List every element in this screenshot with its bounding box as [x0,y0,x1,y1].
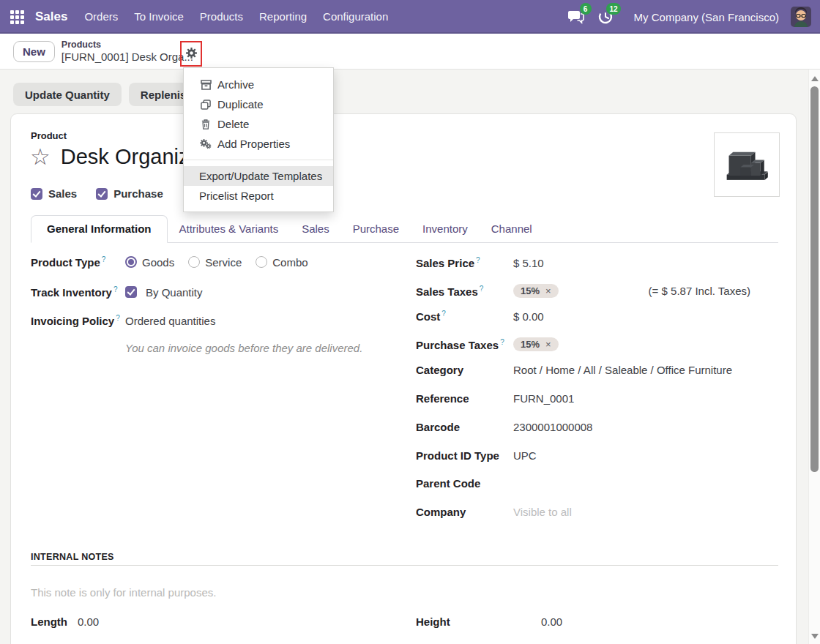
desk-organizer-image [720,141,773,188]
product-id-type-label: Product ID Type [416,449,513,462]
radio-selected-icon [125,256,137,268]
radio-combo[interactable]: Combo [256,256,308,269]
sales-tax-tag[interactable]: 15% × [513,284,559,298]
activities-button[interactable]: 12 [594,6,616,28]
cost-input[interactable]: $ 0.00 [513,310,544,323]
nav-item-products[interactable]: Products [192,0,251,34]
help-question-icon: ? [116,314,120,322]
avatar-image [791,7,811,27]
purchase-tax-tag-label: 15% [521,339,540,350]
checkbox-checked-icon [96,188,108,200]
tab-inventory[interactable]: Inventory [411,216,480,242]
messages-button[interactable]: 6 [565,6,587,28]
menu-item-pricelist-report[interactable]: Pricelist Report [184,186,333,206]
nav-item-configuration[interactable]: Configuration [315,0,396,34]
invoicing-policy-note: You can invoice goods before they are de… [125,342,362,354]
scroll-down-arrow[interactable] [811,634,819,639]
statusbar: Update Quantity Replenish [0,70,820,106]
menu-item-pricelist-report-label: Pricelist Report [199,190,274,202]
content-area: Update Quantity Replenish Product ☆ Desk… [0,70,820,644]
product-id-type-select[interactable]: UPC [513,449,537,462]
favorite-star-icon[interactable]: ☆ [30,146,51,168]
grid-icon [10,10,24,24]
parent-code-label: Parent Code [416,477,513,490]
tab-purchase[interactable]: Purchase [341,216,411,242]
radio-service[interactable]: Service [188,256,242,269]
menu-item-archive[interactable]: Archive [184,75,333,94]
notebook-tabs: General Information Attributes & Variant… [31,216,778,243]
help-question-icon: ? [480,285,484,293]
annotation-red-box [180,41,202,67]
remove-tag-icon[interactable]: × [545,285,551,296]
sales-price-label: Sales Price? [416,256,513,269]
breadcrumb-parent-link[interactable]: Products [61,40,193,50]
category-input[interactable]: Root / Home / All / Saleable / Office Fu… [513,364,732,376]
breadcrumb-current: [FURN_0001] Desk Orga... [61,50,193,63]
purchase-taxes-label: Purchase Taxes? [416,338,513,351]
scroll-up-arrow[interactable] [811,76,819,81]
app-name[interactable]: Sales [31,10,76,24]
tab-channel[interactable]: Channel [480,216,544,242]
product-type-radios: Goods Service Combo [125,256,308,269]
nav-item-orders[interactable]: Orders [76,0,126,34]
menu-item-delete[interactable]: Delete [184,114,333,134]
menu-divider [184,160,333,160]
sales-checkbox-label: Sales [48,187,77,200]
product-image[interactable] [714,132,780,197]
checkbox-checked-icon [125,286,137,298]
tab-general-information[interactable]: General Information [31,215,168,243]
gear-actions-button[interactable] [185,47,198,61]
nav-item-to-invoice[interactable]: To Invoice [126,0,192,34]
invoicing-policy-select[interactable]: Ordered quantities [125,315,215,327]
sales-taxes-label: Sales Taxes? [416,285,513,298]
internal-notes-editor[interactable]: This note is only for internal purposes. [31,586,216,599]
radio-combo-label: Combo [272,256,308,269]
menu-item-add-properties[interactable]: Add Properties [184,134,333,154]
menu-item-export-update-templates[interactable]: Export/Update Templates [184,166,333,186]
purchase-checkbox[interactable]: Purchase [96,187,163,200]
checkbox-checked-icon [31,188,42,200]
gears-icon [200,139,212,149]
internal-notes-divider [31,565,778,566]
track-inventory-checkbox[interactable]: By Quantity [125,286,203,299]
form-sheet: Product ☆ Desk Organiz Sales Purchase [10,113,797,644]
height-input[interactable]: 0.00 [541,615,562,628]
help-question-icon: ? [500,338,504,346]
company-input[interactable]: Visible to all [513,506,572,518]
menu-item-duplicate-label: Duplicate [217,98,264,111]
messages-badge: 6 [580,3,592,15]
radio-service-label: Service [205,256,242,269]
radio-goods[interactable]: Goods [125,256,174,269]
menu-item-export-label: Export/Update Templates [199,170,322,182]
new-button[interactable]: New [13,41,55,62]
sales-tax-tag-label: 15% [521,285,540,296]
user-company-name[interactable]: My Company (San Francisco) [634,11,779,23]
purchase-tax-tag[interactable]: 15% × [513,337,559,351]
track-inventory-value: By Quantity [146,286,203,299]
nav-item-reporting[interactable]: Reporting [251,0,315,34]
menu-item-duplicate[interactable]: Duplicate [184,94,333,114]
update-quantity-button[interactable]: Update Quantity [13,83,122,106]
length-label: Length [31,615,67,628]
help-question-icon: ? [441,310,446,318]
apps-grid-icon[interactable] [3,0,31,34]
category-label: Category [416,364,513,376]
radio-unselected-icon [188,256,200,268]
product-name-input[interactable]: Desk Organiz [61,145,190,169]
help-question-icon: ? [476,256,480,264]
reference-input[interactable]: FURN_0001 [513,392,574,405]
sales-price-input[interactable]: $ 5.10 [513,257,544,269]
length-input[interactable]: 0.00 [78,615,99,628]
user-avatar[interactable] [791,7,811,27]
barcode-input[interactable]: 2300001000008 [513,421,592,433]
scrollbar-thumb[interactable] [810,86,819,472]
help-question-icon: ? [102,255,106,263]
tab-sales[interactable]: Sales [290,216,341,242]
sales-checkbox[interactable]: Sales [31,187,77,200]
vertical-scrollbar [808,70,820,644]
cost-label: Cost? [416,310,513,323]
radio-unselected-icon [256,256,267,268]
tab-attributes-variants[interactable]: Attributes & Variants [168,216,291,242]
odoo-product-form-page: Sales Orders To Invoice Products Reporti… [0,0,820,644]
remove-tag-icon[interactable]: × [545,339,551,350]
